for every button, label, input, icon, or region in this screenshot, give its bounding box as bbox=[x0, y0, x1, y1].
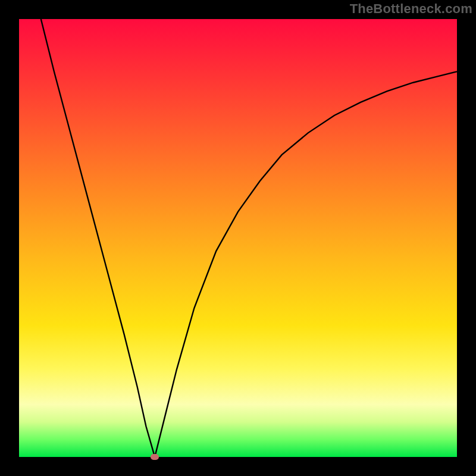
minimum-marker bbox=[151, 454, 159, 460]
bottleneck-curve bbox=[19, 19, 457, 457]
curve-path bbox=[41, 19, 457, 457]
watermark-text: TheBottleneck.com bbox=[350, 1, 472, 17]
chart-frame: TheBottleneck.com bbox=[0, 0, 476, 476]
